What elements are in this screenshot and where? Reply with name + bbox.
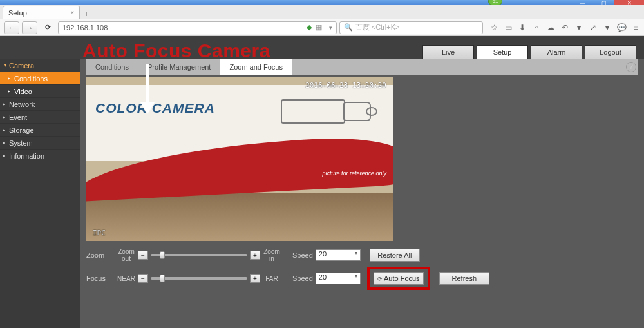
download-icon[interactable]: ⬇ <box>518 23 527 32</box>
zoom-row: Zoom Zoom out − + Zoom in Speed 20▾ Rest… <box>86 246 638 264</box>
focus-near-label: NEAR <box>115 275 138 282</box>
browser-tab[interactable]: Setup × <box>3 6 80 19</box>
preview-box-title: COLOR CAMERA <box>95 101 215 116</box>
focus-far-button[interactable]: + <box>250 274 260 283</box>
sidebar-item-system[interactable]: ▸System <box>0 137 80 150</box>
camera-app: Live Setup Alarm Logout ▼Camera ▸Conditi… <box>0 36 644 328</box>
url-dropdown-icon[interactable]: ▾ <box>329 24 332 31</box>
nav-setup[interactable]: Setup <box>477 45 528 59</box>
update-badge: 61 <box>488 0 502 5</box>
zoom-in-label: Zoom in <box>260 248 283 262</box>
home-icon[interactable]: ⌂ <box>532 23 541 32</box>
annotation-title: Auto Focus Camera <box>82 40 270 62</box>
sidebar-item-event[interactable]: ▸Event <box>0 111 80 124</box>
sidebar-item-video[interactable]: ▸Video <box>0 85 80 98</box>
url-text: 192.168.1.108 <box>62 24 108 32</box>
focus-slider[interactable] <box>151 277 247 280</box>
search-icon: 🔍 <box>344 23 353 32</box>
preview-reference-text: picture for reference only <box>322 170 386 177</box>
zoom-speed-label: Speed <box>292 251 313 259</box>
window-minimize[interactable]: — <box>572 0 593 5</box>
chevron-down-icon: ▾ <box>355 250 357 256</box>
cloud-icon[interactable]: ☁ <box>546 23 555 32</box>
window-maximize[interactable]: ▢ <box>593 0 614 5</box>
sync-icon[interactable]: ↶ <box>560 23 569 32</box>
auto-focus-highlight: ⟳Auto Focus <box>367 267 430 290</box>
restore-all-button[interactable]: Restore All <box>370 249 420 262</box>
search-placeholder: 百度 <Ctrl+K> <box>355 23 400 32</box>
preview-watermark: IPC <box>93 229 106 237</box>
sidebar: ▼Camera ▸Conditions ▸Video ▸Network ▸Eve… <box>0 59 80 328</box>
shield-icon[interactable]: ◆ <box>307 23 312 32</box>
zoom-in-button[interactable]: + <box>250 251 260 260</box>
forward-button[interactable]: → <box>22 21 37 34</box>
clipboard-icon[interactable]: ▭ <box>504 23 513 32</box>
window-titlebar: 61 — ▢ ✕ <box>0 0 644 5</box>
close-tab-icon[interactable]: × <box>70 9 74 16</box>
chevron-down-icon: ▾ <box>355 273 357 279</box>
chat-icon[interactable]: 💬 <box>617 23 626 32</box>
reload-button[interactable]: ⟳ <box>40 21 55 34</box>
focus-label: Focus <box>86 275 115 282</box>
focus-row: Focus NEAR − + FAR Speed 20▾ ⟳Auto Focus… <box>86 269 638 287</box>
url-bar[interactable]: 192.168.1.108 ◆ ▦ ▾ <box>58 21 337 34</box>
nav-logout[interactable]: Logout <box>585 45 636 59</box>
sidebar-item-storage[interactable]: ▸Storage <box>0 124 80 137</box>
refresh-button[interactable]: Refresh <box>439 272 489 285</box>
sidebar-item-camera[interactable]: ▼Camera <box>0 59 80 72</box>
menu-icon[interactable]: ≡ <box>631 23 640 32</box>
sidebar-item-network[interactable]: ▸Network <box>0 98 80 111</box>
autofocus-icon: ⟳ <box>377 276 383 282</box>
focus-near-button[interactable]: − <box>138 274 148 283</box>
sidebar-item-conditions[interactable]: ▸Conditions <box>0 72 80 85</box>
focus-speed-label: Speed <box>292 275 313 282</box>
expand-icon[interactable]: ⤢ <box>589 23 598 32</box>
sidebar-item-information[interactable]: ▸Information <box>0 150 80 162</box>
main-panel: Conditions Profile Management Zoom and F… <box>80 59 644 328</box>
browser-tab-title: Setup <box>8 9 27 17</box>
preview-timestamp: 2016-06-23 13:20:20 <box>305 81 386 90</box>
toolbar-icons: ☆ ▭ ⬇ ⌂ ☁ ↶ ▾ ⤢ ▾ 💬 ≡ <box>489 23 640 32</box>
zoom-slider-thumb[interactable] <box>160 251 165 259</box>
more-icon[interactable]: ▾ <box>603 23 612 32</box>
nav-alarm[interactable]: Alarm <box>531 45 582 59</box>
zoom-slider[interactable] <box>151 254 247 256</box>
nav-live[interactable]: Live <box>422 45 474 59</box>
zoom-label: Zoom <box>86 251 115 259</box>
chevron-down-icon[interactable]: ▾ <box>574 23 583 32</box>
auto-focus-button[interactable]: ⟳Auto Focus <box>374 272 424 285</box>
annotation-arrow <box>146 64 155 114</box>
browser-navbar: ← → ⟳ 192.168.1.108 ◆ ▦ ▾ 🔍 百度 <Ctrl+K> … <box>0 19 644 36</box>
grid-icon[interactable]: ▦ <box>316 23 322 32</box>
focus-far-label: FAR <box>260 275 283 282</box>
preview-camera-illustration <box>268 93 377 131</box>
video-preview: COLOR CAMERA picture for reference only … <box>86 77 393 241</box>
zoom-speed-select[interactable]: 20▾ <box>316 249 361 261</box>
preview-floor <box>86 193 393 241</box>
zoom-out-button[interactable]: − <box>138 251 148 260</box>
search-bar[interactable]: 🔍 百度 <Ctrl+K> <box>339 21 483 34</box>
focus-speed-select[interactable]: 20▾ <box>316 273 361 284</box>
zoom-out-label: Zoom out <box>115 248 138 262</box>
new-tab-button[interactable]: + <box>80 9 93 19</box>
focus-slider-thumb[interactable] <box>160 275 165 282</box>
browser-tabstrip: Setup × + <box>0 5 644 19</box>
back-button[interactable]: ← <box>4 21 19 34</box>
help-icon[interactable]: ? <box>626 62 636 72</box>
bookmark-icon[interactable]: ☆ <box>489 23 498 32</box>
window-close[interactable]: ✕ <box>614 0 644 5</box>
